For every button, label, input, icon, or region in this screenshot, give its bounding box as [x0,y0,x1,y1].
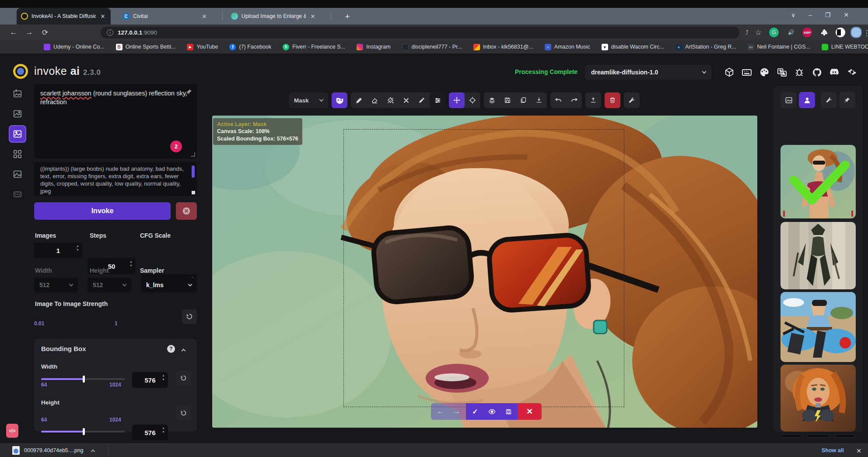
width-select[interactable]: 512 [34,278,78,292]
settings-gear-icon[interactable] [844,65,859,80]
next-image-icon[interactable]: → [448,403,465,420]
darkreader-extension-icon[interactable] [836,28,845,37]
sampler-select[interactable]: k_lms [141,278,197,292]
tab-close-icon[interactable]: ✕ [201,13,208,20]
scrollbar-thumb[interactable] [192,165,195,178]
gallery-user-toggle[interactable] [799,92,815,108]
browser-tab-invokeai[interactable]: InvokeAI - A Stable Diffusion Too ✕ [17,8,111,25]
theme-palette-icon[interactable] [757,65,772,80]
height-select[interactable]: 512 [88,278,131,292]
bookmark-item[interactable]: ▾disable Wacom Circ... [602,44,664,50]
cancel-button[interactable] [176,202,197,220]
console-toggle-button[interactable]: </> [6,424,18,438]
accept-check-icon[interactable]: ✓ [467,403,483,420]
help-icon[interactable]: ? [167,345,175,353]
bookmark-item[interactable]: ▶YouTube [187,44,218,50]
stepper-arrows[interactable]: ▲▼ [76,244,79,251]
bookmark-item[interactable]: BOnline Sports Betti... [116,44,176,50]
download-image-icon[interactable] [531,92,547,108]
mask-options-icon[interactable] [332,92,347,108]
negative-prompt-input[interactable]: ((implants)) (large boobs) nude bad anat… [34,162,197,196]
discard-x-icon[interactable]: ✕ [522,403,538,420]
gallery-thumbnail[interactable] [780,222,856,289]
hotkeys-keyboard-icon[interactable] [739,65,754,80]
eraser-tool-icon[interactable] [367,92,382,108]
gallery-thumbnail-selected[interactable] [780,145,856,218]
browser-tab-civitai[interactable]: C Civitai ✕ [118,8,212,25]
invoke-button[interactable]: Invoke [34,202,171,220]
copy-to-clipboard-icon[interactable] [515,92,531,108]
tab-close-icon[interactable]: ✕ [99,13,106,20]
previous-image-icon[interactable]: ← [432,403,448,420]
show-hide-eye-icon[interactable] [483,403,500,420]
save-floppy-icon[interactable] [500,403,517,420]
layer-select[interactable]: Mask [289,92,328,108]
extensions-puzzle-icon[interactable] [819,28,829,37]
site-info-icon[interactable]: i [107,29,113,36]
language-translate-icon[interactable] [774,65,789,80]
i2i-reset-button[interactable] [182,309,197,324]
show-all-link[interactable]: Show all [822,447,844,453]
undo-icon[interactable] [550,92,566,108]
bounding-box-overlay[interactable] [343,129,624,407]
color-picker-icon[interactable] [414,92,430,108]
resize-handle[interactable] [191,152,195,157]
tab-search-chevron-icon[interactable]: ∨ [791,11,795,18]
reset-view-icon[interactable] [465,92,480,108]
gallery-images-toggle[interactable] [780,92,797,108]
restore-icon[interactable]: ❐ [825,11,831,18]
tab-image-to-image[interactable] [9,105,26,123]
gallery-settings-wrench-icon[interactable] [821,92,837,108]
adblock-extension-icon[interactable]: ABP [802,28,812,37]
stepper-arrows[interactable]: ▲▼ [130,260,133,267]
github-icon[interactable] [809,65,824,80]
stepper-arrows[interactable]: ▲▼ [162,426,165,433]
bbox-height-reset-button[interactable] [176,405,191,420]
bbox-width-input[interactable]: 576 ▲▼ [132,372,168,388]
bookmark-item[interactable]: ▲ArtStation - Greg R... [676,44,736,50]
gallery-thumbnail[interactable] [780,292,856,362]
download-item[interactable]: 000979.40d74eb5....png [12,446,94,455]
tab-nodes[interactable] [9,145,26,163]
back-icon[interactable]: ← [7,26,20,39]
upload-image-icon[interactable] [585,92,601,108]
bbox-width-slider[interactable] [41,378,125,380]
bookmark-item[interactable]: discipleneil777 - Pr... [402,44,462,50]
gallery-thumbnail[interactable] [780,365,856,432]
bbox-height-slider[interactable] [41,431,125,432]
tab-training[interactable] [9,186,26,203]
stepper-arrows[interactable]: ▲▼ [162,374,165,381]
model-cube-icon[interactable] [722,65,737,80]
menu-kebab-icon[interactable]: ⋮ [860,26,868,39]
speaker-extension-icon[interactable]: 🔊 [786,28,796,37]
collapse-chevron-icon[interactable] [182,349,186,353]
browser-tab-upload[interactable]: Upload Image to Enlarge & Enha ✕ [227,8,321,25]
move-tool-icon[interactable] [449,92,465,108]
reload-icon[interactable]: ⟳ [38,26,52,39]
clear-canvas-trash-icon[interactable] [605,92,620,108]
discord-icon[interactable] [827,65,842,80]
tab-text-to-image[interactable] [9,85,26,102]
redo-icon[interactable] [566,92,582,108]
bbox-width-reset-button[interactable] [176,370,191,385]
bookmark-item[interactable]: fiFiverr - Freelance S... [283,44,345,50]
bookmark-star-icon[interactable]: ☆ [752,26,765,39]
slider-thumb[interactable] [83,428,85,435]
bookmark-item[interactable]: coNeil Fontaine | CGS... [748,44,810,50]
forward-icon[interactable]: → [23,26,36,39]
minimize-icon[interactable]: – [808,11,812,18]
slider-thumb[interactable] [83,376,85,383]
save-to-gallery-icon[interactable] [500,92,515,108]
tab-post-processing[interactable] [9,165,26,183]
close-shelf-icon[interactable]: ✕ [854,446,864,456]
bookmark-item[interactable]: Inbox - klk56831@... [473,44,533,50]
new-tab-button[interactable]: + [342,11,353,22]
prompt-input[interactable]: scarlett johansson (round sunglasses) re… [34,84,197,158]
resize-handle[interactable] [192,191,195,194]
tab-close-icon[interactable]: ✕ [309,13,316,20]
bookmark-item[interactable]: Instagram [357,44,391,50]
clear-mask-icon[interactable] [398,92,414,108]
canvas-settings-wrench-icon[interactable] [624,92,640,108]
grammarly-extension-icon[interactable]: G [769,28,779,37]
bookmark-item[interactable]: LINE WEBTOON - G... [822,44,868,50]
